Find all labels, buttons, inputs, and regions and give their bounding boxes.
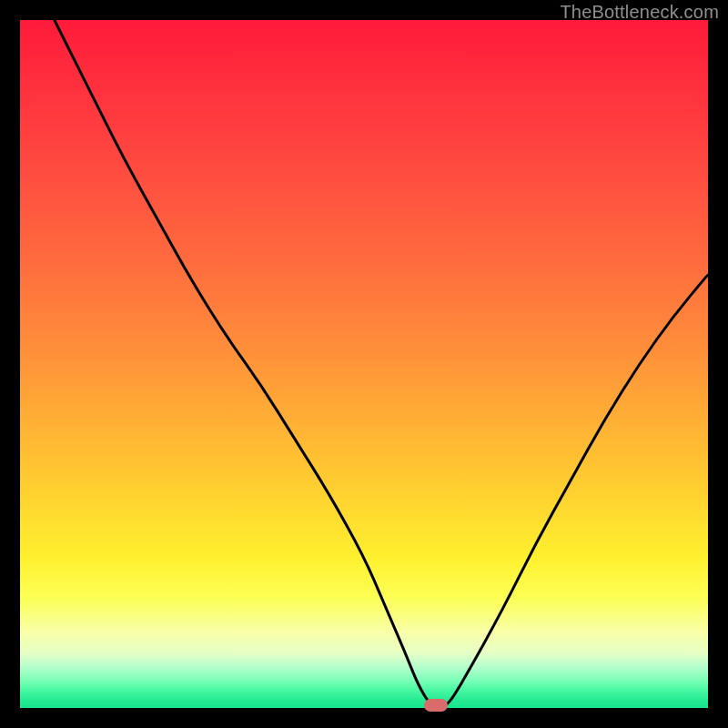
attribution-text: TheBottleneck.com (560, 2, 719, 23)
plot-area (20, 20, 708, 708)
trough-marker (424, 699, 448, 712)
chart-frame: TheBottleneck.com (0, 0, 728, 728)
bottleneck-curve (20, 20, 708, 708)
